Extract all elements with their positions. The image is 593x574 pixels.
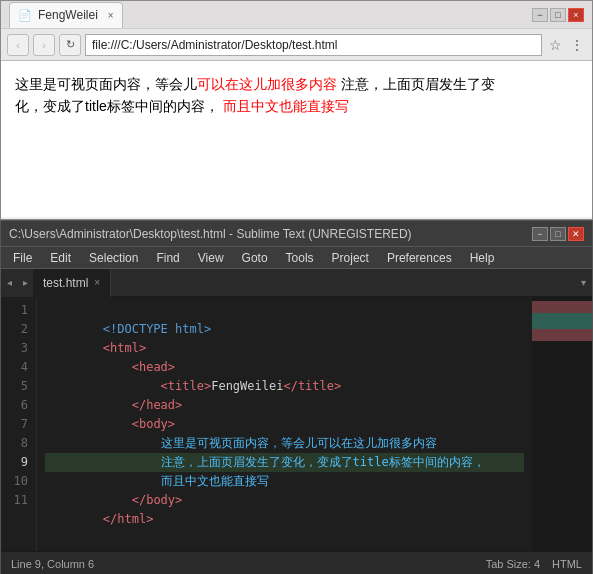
- browser-tab-label: FengWeilei: [38, 8, 98, 22]
- browser-navbar: ‹ › ↻ file:///C:/Users/Administrator/Des…: [1, 29, 592, 61]
- editor-titlebar: C:\Users\Administrator\Desktop\test.html…: [1, 221, 592, 247]
- red-text-1: 可以在这儿加很多内容: [197, 76, 337, 92]
- back-button[interactable]: ‹: [7, 34, 29, 56]
- minimap-preview: [532, 301, 592, 341]
- minimap: [532, 297, 592, 551]
- line-num-3: 3: [1, 339, 28, 358]
- browser-titlebar: 📄 FengWeilei × − □ ×: [1, 1, 592, 29]
- editor-tab-file[interactable]: test.html ×: [33, 269, 111, 297]
- browser-close-button[interactable]: ×: [568, 8, 584, 22]
- code-token: <: [103, 341, 110, 355]
- address-bar[interactable]: file:///C:/Users/Administrator/Desktop/t…: [85, 34, 542, 56]
- editor-window: C:\Users\Administrator\Desktop\test.html…: [0, 220, 593, 574]
- menu-tools[interactable]: Tools: [278, 249, 322, 267]
- status-left: Line 9, Column 6: [11, 558, 94, 570]
- menu-selection[interactable]: Selection: [81, 249, 146, 267]
- editor-maximize-button[interactable]: □: [550, 227, 566, 241]
- editor-tab-close[interactable]: ×: [94, 277, 100, 288]
- bookmark-button[interactable]: ☆: [546, 36, 564, 54]
- dots-icon: ⋮: [570, 37, 584, 53]
- menu-help[interactable]: Help: [462, 249, 503, 267]
- editor-title-buttons: − □ ✕: [532, 227, 584, 241]
- line-num-2: 2: [1, 320, 28, 339]
- status-syntax: HTML: [552, 558, 582, 570]
- code-line-1: <!DOCTYPE html>: [45, 301, 524, 320]
- tab-page-icon: 📄: [18, 9, 32, 22]
- red-text-2: 而且中文也能直接写: [223, 98, 349, 114]
- browser-tab[interactable]: 📄 FengWeilei ×: [9, 2, 123, 28]
- line-num-11: 11: [1, 491, 28, 510]
- status-bar: Line 9, Column 6 Tab Size: 4 HTML: [1, 551, 592, 574]
- refresh-icon: ↻: [66, 38, 75, 51]
- browser-maximize-button[interactable]: □: [550, 8, 566, 22]
- status-right: Tab Size: 4 HTML: [486, 558, 582, 570]
- star-icon: ☆: [549, 37, 562, 53]
- tab-scroll-left[interactable]: ◂: [1, 269, 17, 297]
- browser-tab-close[interactable]: ×: [108, 10, 114, 21]
- line-num-7: 7: [1, 415, 28, 434]
- url-text: file:///C:/Users/Administrator/Desktop/t…: [92, 38, 337, 52]
- forward-icon: ›: [42, 39, 46, 51]
- tab-chevron-icon[interactable]: ▾: [581, 277, 592, 288]
- menu-project[interactable]: Project: [324, 249, 377, 267]
- content-line2: 化，变成了title标签中间的内容， 而且中文也能直接写: [15, 95, 578, 117]
- status-tab-size: Tab Size: 4: [486, 558, 540, 570]
- code-editor[interactable]: <!DOCTYPE html> <html> <head> <title>Fen…: [37, 297, 532, 551]
- editor-tab-bar: ◂ ▸ test.html × ▾: [1, 269, 592, 297]
- menu-bar: File Edit Selection Find View Goto Tools…: [1, 247, 592, 269]
- editor-title-text: C:\Users\Administrator\Desktop\test.html…: [9, 227, 412, 241]
- browser-title-buttons: − □ ×: [532, 8, 584, 22]
- back-icon: ‹: [16, 39, 20, 51]
- browser-minimize-button[interactable]: −: [532, 8, 548, 22]
- menu-file[interactable]: File: [5, 249, 40, 267]
- editor-close-button[interactable]: ✕: [568, 227, 584, 241]
- menu-preferences[interactable]: Preferences: [379, 249, 460, 267]
- line-num-1: 1: [1, 301, 28, 320]
- content-line1: 这里是可视页面内容，等会儿可以在这儿加很多内容 注意，上面页眉发生了变: [15, 73, 578, 95]
- status-position: Line 9, Column 6: [11, 558, 94, 570]
- menu-edit[interactable]: Edit: [42, 249, 79, 267]
- left-arrow-icon: ◂: [7, 277, 12, 288]
- menu-view[interactable]: View: [190, 249, 232, 267]
- line-num-5: 5: [1, 377, 28, 396]
- line-num-9: 9: [1, 453, 28, 472]
- line-numbers: 1 2 3 4 5 6 7 8 9 10 11: [1, 297, 37, 551]
- line-num-6: 6: [1, 396, 28, 415]
- refresh-button[interactable]: ↻: [59, 34, 81, 56]
- browser-window: 📄 FengWeilei × − □ × ‹ › ↻: [0, 0, 593, 220]
- menu-find[interactable]: Find: [148, 249, 187, 267]
- code-token: <!DOCTYPE html>: [103, 322, 211, 336]
- line-num-10: 10: [1, 472, 28, 491]
- editor-minimize-button[interactable]: −: [532, 227, 548, 241]
- line-num-8: 8: [1, 434, 28, 453]
- browser-content: 这里是可视页面内容，等会儿可以在这儿加很多内容 注意，上面页眉发生了变 化，变成…: [1, 61, 592, 217]
- forward-button[interactable]: ›: [33, 34, 55, 56]
- menu-goto[interactable]: Goto: [234, 249, 276, 267]
- editor-tab-label: test.html: [43, 276, 88, 290]
- tab-scroll-right[interactable]: ▸: [17, 269, 33, 297]
- code-area: 1 2 3 4 5 6 7 8 9 10 11 <!DOCTYPE html> …: [1, 297, 592, 551]
- line-num-4: 4: [1, 358, 28, 377]
- browser-menu-button[interactable]: ⋮: [568, 36, 586, 54]
- right-arrow-icon: ▸: [23, 277, 28, 288]
